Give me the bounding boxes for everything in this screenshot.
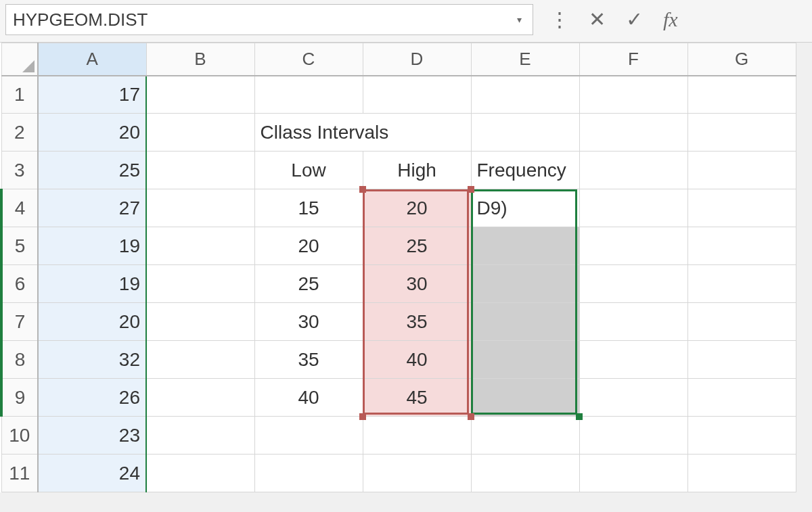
- cell-G8[interactable]: [687, 341, 796, 379]
- cell-C6[interactable]: 25: [254, 265, 363, 303]
- cancel-button[interactable]: ✕: [589, 9, 606, 30]
- cell-A7[interactable]: 20: [38, 303, 146, 341]
- cell-B10[interactable]: [146, 417, 254, 455]
- name-box-input[interactable]: [5, 4, 533, 35]
- spreadsheet-grid[interactable]: A B C D E F G 1 17 2 20 Cllass Intervals: [0, 43, 796, 492]
- row-header-10[interactable]: 10: [1, 417, 38, 455]
- col-header-G[interactable]: G: [687, 43, 796, 76]
- cell-D9[interactable]: 45: [363, 379, 471, 417]
- cell-D8[interactable]: 40: [363, 341, 471, 379]
- cell-B1[interactable]: [146, 76, 254, 114]
- cell-G1[interactable]: [687, 76, 796, 114]
- cell-B8[interactable]: [146, 341, 254, 379]
- cell-A5[interactable]: 19: [38, 227, 146, 265]
- cell-D10[interactable]: [363, 417, 471, 455]
- cell-A9[interactable]: 26: [38, 379, 146, 417]
- cell-G2[interactable]: [687, 114, 796, 152]
- row-header-3[interactable]: 3: [1, 152, 38, 189]
- cell-B7[interactable]: [146, 303, 254, 341]
- col-header-C[interactable]: C: [254, 43, 363, 76]
- cell-A3[interactable]: 25: [38, 152, 146, 189]
- cell-A11[interactable]: 24: [38, 455, 146, 492]
- cell-C1[interactable]: [254, 76, 363, 114]
- cell-A10[interactable]: 23: [38, 417, 146, 455]
- cell-B4[interactable]: [146, 189, 254, 227]
- cell-B2[interactable]: [146, 114, 254, 152]
- cell-F5[interactable]: [579, 227, 687, 265]
- cell-C5[interactable]: 20: [254, 227, 363, 265]
- cell-E1[interactable]: [471, 76, 579, 114]
- cell-A2[interactable]: 20: [38, 114, 146, 152]
- cell-F4[interactable]: [579, 189, 687, 227]
- row-header-4[interactable]: 4: [1, 189, 38, 227]
- cell-G4[interactable]: [687, 189, 796, 227]
- cell-E4[interactable]: D9): [471, 189, 579, 227]
- row-header-8[interactable]: 8: [1, 341, 38, 379]
- cell-C4[interactable]: 15: [254, 189, 363, 227]
- cell-E2[interactable]: [471, 114, 579, 152]
- cell-B6[interactable]: [146, 265, 254, 303]
- cell-C11[interactable]: [254, 455, 363, 492]
- cell-C8[interactable]: 35: [254, 341, 363, 379]
- cell-F1[interactable]: [579, 76, 687, 114]
- cell-D6[interactable]: 30: [363, 265, 471, 303]
- cell-F2[interactable]: [579, 114, 687, 152]
- name-box-dropdown-icon[interactable]: ▾: [509, 8, 529, 31]
- cell-D1[interactable]: [363, 76, 471, 114]
- col-header-D[interactable]: D: [363, 43, 471, 76]
- cell-G9[interactable]: [687, 379, 796, 417]
- cell-E8[interactable]: [471, 341, 579, 379]
- cell-E5[interactable]: [471, 227, 579, 265]
- cell-B3[interactable]: [146, 152, 254, 189]
- col-header-E[interactable]: E: [471, 43, 579, 76]
- cell-G10[interactable]: [687, 417, 796, 455]
- cell-D7[interactable]: 35: [363, 303, 471, 341]
- cell-B11[interactable]: [146, 455, 254, 492]
- cell-B5[interactable]: [146, 227, 254, 265]
- cell-G6[interactable]: [687, 265, 796, 303]
- select-all-corner[interactable]: [1, 43, 38, 76]
- cell-D3[interactable]: High: [363, 152, 471, 189]
- cell-A1[interactable]: 17: [38, 76, 146, 114]
- row-header-6[interactable]: 6: [1, 265, 38, 303]
- cell-B9[interactable]: [146, 379, 254, 417]
- cell-C3[interactable]: Low: [254, 152, 363, 189]
- cell-C7[interactable]: 30: [254, 303, 363, 341]
- row-header-5[interactable]: 5: [1, 227, 38, 265]
- cell-E10[interactable]: [471, 417, 579, 455]
- cell-G5[interactable]: [687, 227, 796, 265]
- cell-E11[interactable]: [471, 455, 579, 492]
- cell-A8[interactable]: 32: [38, 341, 146, 379]
- row-header-11[interactable]: 11: [1, 455, 38, 492]
- row-header-1[interactable]: 1: [1, 76, 38, 114]
- cell-D11[interactable]: [363, 455, 471, 492]
- cell-A4[interactable]: 27: [38, 189, 146, 227]
- cell-C9[interactable]: 40: [254, 379, 363, 417]
- row-header-9[interactable]: 9: [1, 379, 38, 417]
- cell-D5[interactable]: 25: [363, 227, 471, 265]
- cell-F6[interactable]: [579, 265, 687, 303]
- cell-F3[interactable]: [579, 152, 687, 189]
- col-header-A[interactable]: A: [38, 43, 146, 76]
- cell-C2[interactable]: Cllass Intervals: [254, 114, 471, 152]
- cell-E3[interactable]: Frequency: [471, 152, 579, 189]
- col-header-F[interactable]: F: [579, 43, 687, 76]
- row-header-2[interactable]: 2: [1, 114, 38, 152]
- cell-F9[interactable]: [579, 379, 687, 417]
- cell-F11[interactable]: [579, 455, 687, 492]
- enter-button[interactable]: ✓: [626, 9, 643, 30]
- cell-F8[interactable]: [579, 341, 687, 379]
- cell-G7[interactable]: [687, 303, 796, 341]
- cell-E9[interactable]: [471, 379, 579, 417]
- cell-G3[interactable]: [687, 152, 796, 189]
- cell-D4[interactable]: 20: [363, 189, 471, 227]
- cell-A6[interactable]: 19: [38, 265, 146, 303]
- cell-E7[interactable]: [471, 303, 579, 341]
- cell-E6[interactable]: [471, 265, 579, 303]
- row-header-7[interactable]: 7: [1, 303, 38, 341]
- insert-function-button[interactable]: fx: [663, 9, 678, 30]
- name-box[interactable]: ▾: [5, 4, 533, 35]
- cell-F10[interactable]: [579, 417, 687, 455]
- col-header-B[interactable]: B: [146, 43, 254, 76]
- cell-G11[interactable]: [687, 455, 796, 492]
